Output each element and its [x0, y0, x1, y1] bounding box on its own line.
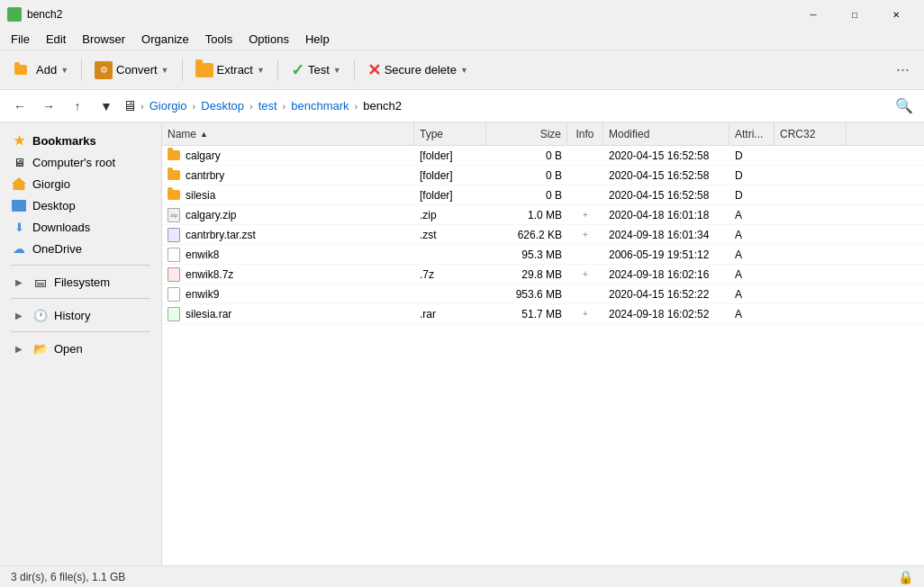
cell-name: silesia [162, 185, 414, 204]
breadcrumb-sep-1: › [193, 101, 196, 112]
secure-delete-button[interactable]: ✕ Secure delete ▼ [360, 55, 476, 86]
table-row[interactable]: enwik9 953.6 MB 2020-04-15 16:52:22 A [162, 284, 924, 304]
add-folder-icon [14, 65, 27, 75]
breadcrumb-giorgio[interactable]: Giorgio [146, 97, 191, 114]
open-section: ▶ 📂 Open [0, 338, 161, 359]
close-button[interactable]: ✕ [875, 0, 917, 29]
addressbar: ← → ↑ ▼ 🖥 › Giorgio › Desktop › test › b… [0, 90, 924, 122]
cell-name: enwik8.7z [162, 265, 414, 284]
sidebar-open[interactable]: ▶ 📂 Open [0, 338, 161, 359]
table-row[interactable]: calgary [folder] 0 B 2020-04-15 16:52:58… [162, 146, 924, 166]
lock-icon: 🔒 [898, 570, 913, 584]
col-header-modified[interactable]: Modified [603, 122, 729, 145]
cell-modified: 2020-04-15 16:52:58 [603, 146, 729, 165]
col-header-crc[interactable]: CRC32 [775, 122, 847, 145]
cell-modified: 2006-05-19 19:51:12 [603, 245, 729, 264]
cell-modified: 2024-09-18 16:02:16 [603, 265, 729, 284]
menu-help[interactable]: Help [298, 31, 337, 48]
sidebar-filesystem[interactable]: ▶ 🖴 Filesystem [0, 271, 161, 293]
cell-size: 0 B [486, 166, 567, 185]
cell-type: .zip [414, 205, 486, 224]
cell-info [567, 146, 603, 165]
filelist-body: calgary [folder] 0 B 2020-04-15 16:52:58… [162, 146, 924, 324]
sidebar-item-giorgio[interactable]: Giorgio [0, 173, 161, 194]
rar-icon [168, 307, 180, 321]
cell-size: 0 B [486, 146, 567, 165]
filename: silesia.rar [186, 308, 231, 321]
cell-type: [folder] [414, 185, 486, 204]
table-row[interactable]: silesia.rar .rar 51.7 MB + 2024-09-18 16… [162, 304, 924, 324]
cell-size: 626.2 KB [486, 225, 567, 244]
col-header-size[interactable]: Size [486, 122, 567, 145]
filesystem-section: ▶ 🖴 Filesystem [0, 271, 161, 293]
sidebar-history[interactable]: ▶ 🕐 History [0, 304, 161, 326]
up-button[interactable]: ↑ [65, 94, 90, 119]
col-header-type[interactable]: Type [414, 122, 486, 145]
folder-icon [168, 190, 180, 200]
cell-modified: 2020-04-18 16:01:18 [603, 205, 729, 224]
minimize-button[interactable]: ─ [793, 0, 834, 29]
col-header-name[interactable]: Name ▲ [162, 122, 414, 145]
convert-dropdown-arrow: ▼ [161, 66, 169, 75]
breadcrumb-sep-2: › [249, 101, 253, 112]
filename: enwik9 [186, 288, 219, 301]
add-button[interactable]: Add ▼ [7, 55, 76, 86]
history-expand-icon: ▶ [11, 307, 27, 323]
menu-edit[interactable]: Edit [39, 31, 73, 48]
cell-size: 1.0 MB [486, 205, 567, 224]
more-options-button[interactable]: ··· [889, 55, 917, 86]
sidebar-item-onedrive[interactable]: ☁ OneDrive [0, 238, 161, 259]
sidebar-onedrive-label: OneDrive [32, 242, 82, 256]
filesystem-expand-icon: ▶ [11, 274, 27, 290]
test-button[interactable]: ✓ Test ▼ [284, 55, 349, 86]
col-header-attrib[interactable]: Attri... [729, 122, 775, 145]
menu-file[interactable]: File [4, 31, 37, 48]
cell-type: [folder] [414, 166, 486, 185]
menubar: File Edit Browser Organize Tools Options… [0, 29, 924, 50]
breadcrumb-sep-0: › [140, 101, 144, 112]
computer-icon: 🖥 [11, 154, 27, 170]
back-button[interactable]: ← [7, 94, 32, 119]
col-header-info[interactable]: Info [567, 122, 603, 145]
bookmarks-section: ★ Bookmarks 🖥 Computer's root Giorgio De… [0, 130, 161, 259]
sidebar-item-computers-root[interactable]: 🖥 Computer's root [0, 151, 161, 173]
table-row[interactable]: cantrbry.tar.zst .zst 626.2 KB + 2024-09… [162, 225, 924, 245]
sidebar-sep-1 [11, 265, 150, 266]
breadcrumb-desktop[interactable]: Desktop [197, 97, 248, 114]
breadcrumb-test[interactable]: test [255, 97, 281, 114]
table-row[interactable]: silesia [folder] 0 B 2020-04-15 16:52:58… [162, 185, 924, 205]
table-row[interactable]: enwik8 95.3 MB 2006-05-19 19:51:12 A [162, 245, 924, 265]
col-attrib-label: Attri... [735, 128, 763, 140]
menu-tools[interactable]: Tools [198, 31, 240, 48]
desktop-folder-icon [11, 197, 27, 213]
maximize-button[interactable]: □ [834, 0, 875, 29]
table-row[interactable]: enwik8.7z .7z 29.8 MB + 2024-09-18 16:02… [162, 265, 924, 284]
bookmarks-label: Bookmarks [32, 134, 96, 148]
cell-modified: 2020-04-15 16:52:58 [603, 185, 729, 204]
breadcrumb-benchmark[interactable]: benchmark [287, 97, 352, 114]
statusbar-text: 3 dir(s), 6 file(s), 1.1 GB [11, 571, 125, 583]
convert-button[interactable]: ⚙ Convert ▼ [87, 55, 176, 86]
7z-icon [168, 267, 180, 282]
table-row[interactable]: zipcalgary.zip .zip 1.0 MB + 2020-04-18 … [162, 205, 924, 225]
menu-browser[interactable]: Browser [75, 31, 132, 48]
sidebar-item-downloads[interactable]: ⬇ Downloads [0, 216, 161, 238]
col-modified-label: Modified [609, 128, 649, 140]
sidebar-bookmarks[interactable]: ★ Bookmarks [0, 130, 161, 151]
search-button[interactable]: 🔍 [892, 94, 917, 119]
sidebar-item-desktop[interactable]: Desktop [0, 194, 161, 216]
menu-options[interactable]: Options [241, 31, 296, 48]
extract-button[interactable]: Extract ▼ [188, 55, 272, 86]
filename: calgary [186, 149, 221, 162]
filename: silesia [186, 189, 215, 202]
dropdown-button[interactable]: ▼ [94, 94, 119, 119]
menu-organize[interactable]: Organize [134, 31, 196, 48]
table-row[interactable]: cantrbry [folder] 0 B 2020-04-15 16:52:5… [162, 166, 924, 185]
cloud-icon: ☁ [11, 240, 27, 257]
secure-delete-dropdown-arrow: ▼ [460, 66, 468, 75]
cell-type: .rar [414, 304, 486, 323]
drive-icon: 🖴 [32, 274, 49, 290]
forward-button[interactable]: → [36, 94, 61, 119]
sidebar-giorgio-label: Giorgio [32, 177, 70, 191]
breadcrumb-current: bench2 [359, 97, 405, 114]
